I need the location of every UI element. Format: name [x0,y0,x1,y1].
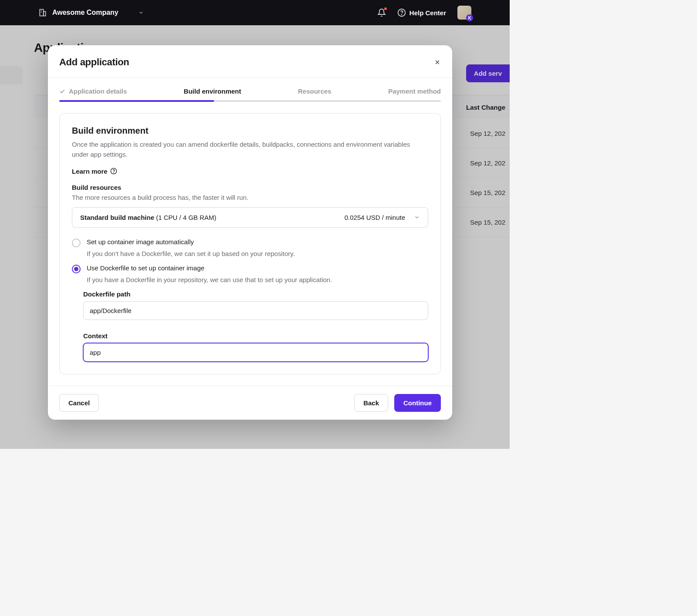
build-machine-select[interactable]: Standard build machine (1 CPU / 4 GB RAM… [72,207,428,228]
close-icon[interactable] [434,59,441,66]
svg-rect-1 [44,12,46,16]
chevron-down-icon [139,10,144,15]
step-build-environment[interactable]: Build environment [184,88,241,95]
notifications-button[interactable] [377,8,386,17]
step-resources[interactable]: Resources [298,88,332,95]
top-bar: Awesome Company Help Center [0,0,510,25]
help-center-label: Help Center [409,9,446,17]
chevron-down-icon [414,214,420,220]
radio-icon [72,239,81,247]
dockerfile-path-label: Dockerfile path [83,290,428,298]
help-icon [110,168,117,175]
stepper-progress [59,100,214,102]
stepper-track [59,100,441,102]
check-icon [59,88,65,94]
radio-auto-setup[interactable]: Set up container image automatically [72,238,428,247]
modal-title: Add application [59,57,129,68]
svg-point-9 [113,172,114,173]
modal-footer: Cancel Back Continue [48,386,452,420]
build-environment-card: Build environment Once the application i… [59,113,441,374]
learn-more-link[interactable]: Learn more [72,168,117,175]
dockerfile-path-input[interactable] [83,301,428,320]
step-application-details[interactable]: Application details [59,88,127,95]
radio-label: Set up container image automatically [87,238,194,246]
build-resources-title: Build resources [72,184,428,191]
section-description: Once the application is created you can … [72,139,428,160]
help-icon [397,8,406,17]
machine-name: Standard build machine [80,214,154,221]
add-application-modal: Add application Application details Buil… [48,45,452,420]
machine-price: 0.0254 USD / minute [345,214,405,221]
continue-button[interactable]: Continue [394,394,441,412]
radio-dockerfile-setup[interactable]: Use Dockerfile to set up container image [72,264,428,273]
modal-header: Add application [48,45,452,78]
help-center-link[interactable]: Help Center [397,8,446,17]
radio-icon [72,265,81,273]
company-name: Awesome Company [52,9,118,17]
cancel-button[interactable]: Cancel [59,394,99,412]
wizard-stepper: Application details Build environment Re… [48,78,452,95]
build-resources-desc: The more resources a build process has, … [72,194,428,201]
context-input[interactable] [83,343,428,362]
section-title: Build environment [72,126,428,136]
step-payment-method[interactable]: Payment method [388,88,441,95]
machine-spec: (1 CPU / 4 GB RAM) [156,214,216,221]
modal-body: Build environment Once the application i… [48,102,452,386]
radio-help: If you have a Dockerfile in your reposit… [87,276,428,283]
building-icon [38,8,47,17]
notification-indicator [384,7,387,10]
svg-point-5 [401,14,402,15]
radio-label: Use Dockerfile to set up container image [87,264,204,272]
radio-help: If you don't have a Dockerfile, we can s… [87,250,428,257]
back-button[interactable]: Back [354,394,388,412]
context-label: Context [83,332,428,340]
company-switcher[interactable]: Awesome Company [38,8,144,17]
avatar[interactable] [457,6,471,20]
